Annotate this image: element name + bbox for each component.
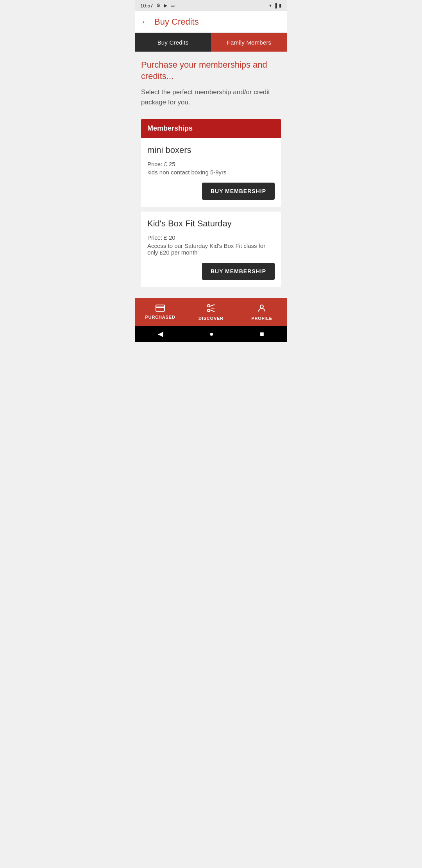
page-title: Buy Credits xyxy=(154,17,199,27)
membership-desc-0: kids non contact boxing 5-9yrs xyxy=(147,169,275,176)
sim-icon: ▭ xyxy=(170,3,175,8)
memberships-header: Memberships xyxy=(141,119,281,138)
svg-point-3 xyxy=(207,309,210,312)
android-back-button[interactable]: ◀ xyxy=(152,327,169,341)
membership-price-0: Price: £ 25 xyxy=(147,161,275,167)
wifi-icon: ▾ xyxy=(269,3,272,8)
svg-rect-0 xyxy=(156,305,165,311)
membership-name-1: Kid's Box Fit Saturday xyxy=(147,219,275,229)
membership-card-0: mini boxers Price: £ 25 kids non contact… xyxy=(141,138,281,207)
nav-label-purchased: PURCHASED xyxy=(145,315,175,319)
buy-membership-button-0[interactable]: BUY MEMBERSHIP xyxy=(202,183,275,200)
buy-btn-wrap-1: BUY MEMBERSHIP xyxy=(147,263,275,280)
top-bar: ← Buy Credits xyxy=(135,11,287,33)
memberships-header-text: Memberships xyxy=(147,124,193,132)
android-nav: ◀ ● ■ xyxy=(135,326,287,342)
settings-icon: ⚙ xyxy=(156,3,161,8)
section-subtext: Select the perfect membership and/or cre… xyxy=(141,87,281,107)
profile-icon xyxy=(257,303,266,314)
buy-membership-button-1[interactable]: BUY MEMBERSHIP xyxy=(202,263,275,280)
svg-rect-1 xyxy=(156,307,165,308)
main-content: Purchase your memberships and credits...… xyxy=(135,52,287,298)
membership-card-1: Kid's Box Fit Saturday Price: £ 20 Acces… xyxy=(141,212,281,287)
buy-btn-wrap-0: BUY MEMBERSHIP xyxy=(147,183,275,200)
memberships-group: Memberships mini boxers Price: £ 25 kids… xyxy=(141,119,281,292)
status-time: 10:57 xyxy=(140,3,153,9)
svg-point-2 xyxy=(207,305,210,307)
nav-item-discover[interactable]: DISCOVER xyxy=(186,298,236,326)
svg-point-7 xyxy=(260,305,263,308)
play-icon: ▶ xyxy=(164,3,167,8)
purchased-icon xyxy=(156,305,165,313)
signal-icon: ▐ xyxy=(274,3,277,8)
nav-item-purchased[interactable]: PURCHASED xyxy=(135,298,186,326)
section-heading: Purchase your memberships and credits... xyxy=(141,59,281,82)
svg-line-5 xyxy=(210,310,215,312)
battery-icon: ▮ xyxy=(279,3,282,8)
membership-desc-1: Access to our Saturday Kid's Box Fit cla… xyxy=(147,242,275,256)
status-bar-right: ▾ ▐ ▮ xyxy=(269,3,282,8)
status-bar-left: 10:57 ⚙ ▶ ▭ xyxy=(140,3,175,9)
membership-price-1: Price: £ 20 xyxy=(147,234,275,241)
nav-label-discover: DISCOVER xyxy=(198,316,224,321)
nav-label-profile: PROFILE xyxy=(251,316,272,321)
tab-family-members[interactable]: Family Members xyxy=(211,33,287,52)
tab-buy-credits[interactable]: Buy Credits xyxy=(135,33,211,52)
tab-bar: Buy Credits Family Members xyxy=(135,33,287,52)
status-bar: 10:57 ⚙ ▶ ▭ ▾ ▐ ▮ xyxy=(135,0,287,11)
android-home-button[interactable]: ● xyxy=(204,328,219,341)
svg-line-4 xyxy=(210,305,215,307)
bottom-nav: PURCHASED DISCOVER PROFILE xyxy=(135,298,287,326)
nav-item-profile[interactable]: PROFILE xyxy=(236,298,287,326)
discover-icon xyxy=(206,303,216,314)
membership-name-0: mini boxers xyxy=(147,145,275,155)
android-recent-button[interactable]: ■ xyxy=(254,328,270,341)
back-button[interactable]: ← xyxy=(141,18,150,26)
